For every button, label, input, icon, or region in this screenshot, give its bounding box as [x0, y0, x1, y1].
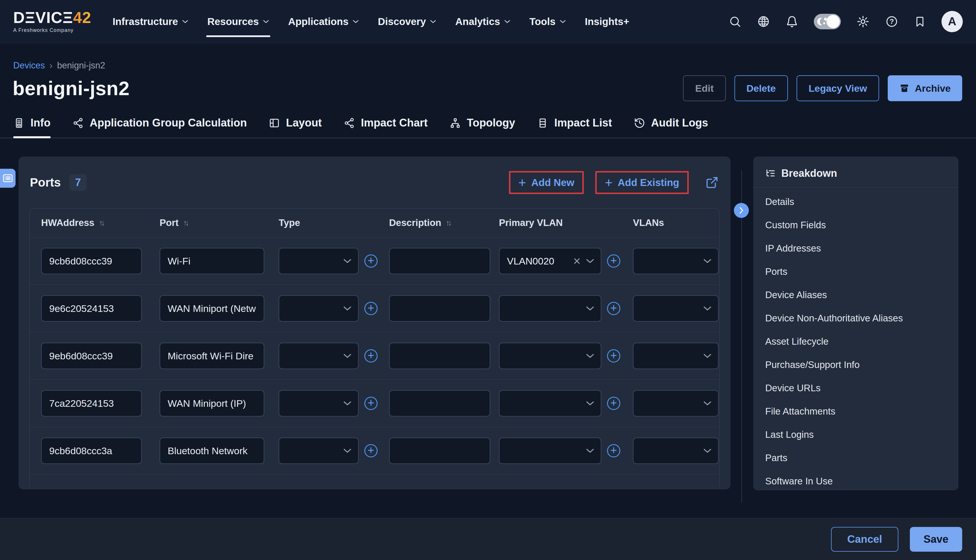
hwaddress-input[interactable] — [41, 438, 142, 464]
globe-button[interactable] — [757, 15, 770, 28]
port-input[interactable] — [160, 295, 264, 322]
description-input[interactable] — [389, 438, 490, 464]
edit-button[interactable]: Edit — [683, 75, 726, 101]
add-existing-button[interactable]: + Add Existing — [603, 177, 681, 188]
primary-vlan-select[interactable] — [499, 295, 601, 322]
add-type-button[interactable]: + — [364, 444, 377, 457]
help-button[interactable]: ? — [885, 15, 898, 28]
sort-icon[interactable]: ↑↓ — [446, 218, 450, 227]
logo[interactable]: DΞVICΞ42 A Freshworks Company — [13, 10, 91, 33]
menu-item-discovery[interactable]: Discovery — [378, 13, 436, 30]
menu-item-label: Insights+ — [585, 16, 629, 27]
tab-topology[interactable]: Topology — [449, 117, 515, 138]
menu-item-applications[interactable]: Applications — [288, 13, 359, 30]
sidebar-item-details[interactable]: Details — [754, 190, 958, 213]
add-primary-vlan-button[interactable]: + — [607, 444, 620, 457]
hwaddress-input[interactable] — [41, 295, 142, 322]
settings-gear-icon — [856, 15, 869, 28]
description-input[interactable] — [389, 295, 490, 322]
primary-vlan-select[interactable] — [499, 390, 601, 417]
column-label: Type — [279, 217, 300, 228]
primary-vlan-select[interactable] — [499, 343, 601, 369]
tab-label: Info — [30, 117, 51, 129]
breadcrumb-link-devices[interactable]: Devices — [13, 60, 45, 71]
sidebar-item-last-logins[interactable]: Last Logins — [754, 423, 958, 446]
type-select[interactable] — [279, 343, 359, 369]
sort-icon[interactable]: ↑↓ — [183, 218, 187, 227]
save-button[interactable]: Save — [910, 527, 962, 552]
add-primary-vlan-button[interactable]: + — [607, 254, 620, 268]
add-primary-vlan-button[interactable]: + — [607, 349, 620, 363]
clear-icon[interactable]: × — [573, 255, 581, 267]
chevron-down-icon — [586, 353, 594, 358]
vlans-select[interactable] — [633, 343, 719, 369]
primary-vlan-select[interactable]: VLAN0020 × — [499, 248, 601, 274]
vlans-select[interactable] — [633, 390, 719, 417]
open-in-new-button[interactable] — [706, 176, 719, 189]
vlans-select[interactable] — [633, 438, 719, 464]
chevron-down-icon — [352, 20, 359, 23]
sidebar-item-custom-fields[interactable]: Custom Fields — [754, 213, 958, 237]
delete-button[interactable]: Delete — [734, 75, 788, 101]
side-panel-toggle[interactable] — [0, 169, 15, 188]
tab-layout[interactable]: Layout — [269, 117, 322, 138]
description-input[interactable] — [389, 248, 490, 274]
bookmark-button[interactable] — [914, 15, 926, 28]
port-input[interactable] — [160, 438, 264, 464]
sidebar-item-ip-addresses[interactable]: IP Addresses — [754, 237, 958, 260]
avatar[interactable]: A — [941, 11, 963, 32]
sidebar-item-device-urls[interactable]: Device URLs — [754, 376, 958, 400]
tab-audit-logs[interactable]: Audit Logs — [634, 117, 708, 138]
vlans-select[interactable] — [633, 295, 719, 322]
hwaddress-input[interactable] — [41, 390, 142, 417]
tab-info[interactable]: Info — [13, 117, 51, 138]
sidebar-item-ports[interactable]: Ports — [754, 260, 958, 283]
sidebar-item-software-in-use[interactable]: Software In Use — [754, 470, 958, 490]
add-primary-vlan-button[interactable]: + — [607, 397, 620, 410]
add-type-button[interactable]: + — [364, 254, 377, 268]
vlans-select[interactable] — [633, 248, 719, 274]
menu-item-tools[interactable]: Tools — [529, 13, 566, 30]
menu-item-analytics[interactable]: Analytics — [455, 13, 511, 30]
tab-impact-chart[interactable]: Impact Chart — [344, 117, 428, 138]
port-input[interactable] — [160, 343, 264, 369]
dark-mode-toggle[interactable] — [814, 14, 841, 29]
port-input[interactable] — [160, 390, 264, 417]
port-input[interactable] — [160, 248, 264, 274]
settings-button[interactable] — [856, 15, 869, 28]
sidebar-item-asset-lifecycle[interactable]: Asset Lifecycle — [754, 330, 958, 353]
description-input[interactable] — [389, 343, 490, 369]
sidebar-collapse-button[interactable] — [734, 203, 749, 218]
description-input[interactable] — [389, 390, 490, 417]
primary-vlan-select[interactable] — [499, 438, 601, 464]
notifications-button[interactable] — [786, 15, 798, 28]
type-select[interactable] — [279, 248, 359, 274]
sort-icon[interactable]: ↑↓ — [99, 218, 103, 227]
menu-item-insights[interactable]: Insights+ — [585, 13, 629, 30]
menu-item-resources[interactable]: Resources — [207, 13, 269, 30]
add-primary-vlan-button[interactable]: + — [607, 302, 620, 315]
sidebar-item-device-non-authoritative-aliases[interactable]: Device Non-Authoritative Aliases — [754, 307, 958, 330]
annotation-highlight-add-new: + Add New — [509, 171, 584, 194]
type-select[interactable] — [279, 438, 359, 464]
add-new-button[interactable]: + Add New — [517, 177, 576, 188]
sidebar-item-parts[interactable]: Parts — [754, 446, 958, 470]
add-type-button[interactable]: + — [364, 397, 377, 410]
sidebar-item-file-attachments[interactable]: File Attachments — [754, 400, 958, 423]
sidebar-item-purchase-support-info[interactable]: Purchase/Support Info — [754, 353, 958, 376]
hwaddress-input[interactable] — [41, 343, 142, 369]
legacy-view-button[interactable]: Legacy View — [797, 75, 879, 101]
tab-impact-list[interactable]: Impact List — [537, 117, 612, 138]
archive-button[interactable]: Archive — [888, 75, 962, 101]
menu-item-infrastructure[interactable]: Infrastructure — [112, 13, 189, 30]
external-link-icon — [706, 176, 719, 189]
search-button[interactable] — [729, 15, 741, 28]
add-type-button[interactable]: + — [364, 302, 377, 315]
type-select[interactable] — [279, 295, 359, 322]
tab-application-group-calculation[interactable]: Application Group Calculation — [72, 117, 247, 138]
sidebar-item-device-aliases[interactable]: Device Aliases — [754, 283, 958, 307]
add-type-button[interactable]: + — [364, 349, 377, 363]
hwaddress-input[interactable] — [41, 248, 142, 274]
cancel-button[interactable]: Cancel — [831, 527, 898, 552]
type-select[interactable] — [279, 390, 359, 417]
